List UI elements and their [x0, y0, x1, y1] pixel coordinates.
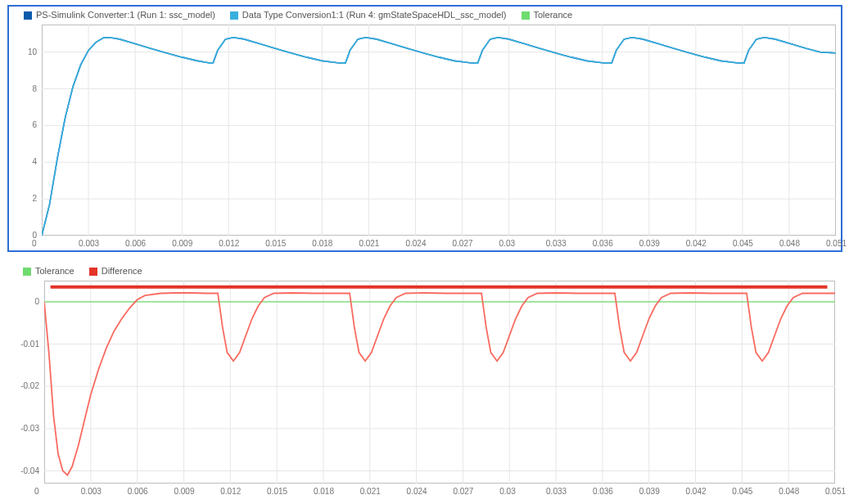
x-tick-label: 0.03	[499, 239, 515, 248]
x-tick-label: 0.018	[314, 487, 334, 496]
x-tick-label: 0.021	[359, 239, 379, 248]
x-tick-label: 0.048	[779, 487, 799, 496]
y-tick-label: -0.03	[20, 424, 39, 433]
y-tick-label: 6	[32, 120, 37, 129]
x-tick-label: 0.042	[686, 487, 707, 496]
x-tick-label: 0.036	[593, 487, 613, 496]
x-tick-label: 0.027	[453, 239, 473, 248]
y-tick-label: 4	[32, 157, 37, 166]
series-line	[42, 38, 836, 236]
y-tick-label: -0.01	[20, 340, 39, 349]
x-tick-label: 0.009	[172, 239, 192, 248]
legend-swatch	[89, 268, 97, 276]
svg-rect-22	[45, 281, 835, 484]
x-tick-label: 0.051	[826, 239, 847, 248]
legend-swatch	[230, 11, 238, 20]
x-tick-label: 0.039	[639, 487, 660, 496]
legend-label: Difference	[102, 266, 142, 276]
y-tick-label: -0.04	[20, 466, 39, 475]
legend-item: Difference	[89, 266, 142, 276]
legend-item: PS-Simulink Converter:1 (Run 1: ssc_mode…	[24, 10, 215, 20]
x-tick-label: 0	[32, 239, 37, 248]
difference-legend: Tolerance Difference	[8, 263, 842, 279]
legend-label: Tolerance	[534, 10, 573, 20]
legend-swatch	[522, 11, 530, 20]
signals-plot[interactable]: 024681000.0030.0060.0090.0120.0150.0180.…	[42, 25, 836, 236]
legend-item: Data Type Conversion1:1 (Run 4: gmStateS…	[230, 10, 507, 20]
x-tick-label: 0.018	[312, 239, 332, 248]
y-tick-label: -0.02	[20, 381, 39, 390]
x-tick-label: 0	[34, 487, 39, 496]
series-line	[44, 293, 835, 475]
x-tick-label: 0.024	[407, 487, 427, 496]
difference-plot[interactable]: 0-0.01-0.02-0.03-0.0400.0030.0060.0090.0…	[44, 281, 835, 484]
y-tick-label: 2	[32, 194, 37, 203]
signals-panel: PS-Simulink Converter:1 (Run 1: ssc_mode…	[7, 5, 842, 252]
x-tick-label: 0.012	[220, 487, 241, 496]
difference-panel: Tolerance Difference 0-0.01-0.02-0.03-0.…	[7, 262, 842, 499]
legend-item: Tolerance	[522, 10, 573, 20]
x-tick-label: 0.003	[81, 487, 102, 496]
x-tick-label: 0.033	[546, 487, 567, 496]
legend-label: Data Type Conversion1:1 (Run 4: gmStateS…	[242, 10, 507, 20]
signals-legend: PS-Simulink Converter:1 (Run 1: ssc_mode…	[9, 7, 841, 23]
legend-label: PS-Simulink Converter:1 (Run 1: ssc_mode…	[36, 10, 215, 20]
y-tick-label: 8	[32, 84, 37, 93]
y-tick-label: 10	[28, 47, 37, 56]
legend-swatch	[24, 11, 32, 20]
x-tick-label: 0.006	[128, 487, 148, 496]
x-tick-label: 0.024	[405, 239, 426, 248]
legend-swatch	[23, 268, 31, 276]
x-tick-label: 0.033	[546, 239, 567, 248]
x-tick-label: 0.048	[779, 239, 800, 248]
y-tick-label: 0	[34, 297, 39, 306]
series-line	[42, 38, 836, 236]
x-tick-label: 0.03	[499, 487, 515, 496]
x-tick-label: 0.012	[219, 239, 239, 248]
x-tick-label: 0.021	[360, 487, 381, 496]
svg-rect-0	[43, 25, 836, 236]
x-tick-label: 0.009	[174, 487, 194, 496]
x-tick-label: 0.036	[593, 239, 613, 248]
legend-item: Tolerance	[23, 266, 75, 276]
x-tick-label: 0.045	[733, 239, 753, 248]
x-tick-label: 0.006	[125, 239, 146, 248]
x-tick-label: 0.045	[732, 487, 752, 496]
x-tick-label: 0.039	[639, 239, 660, 248]
x-tick-label: 0.015	[267, 487, 287, 496]
x-tick-label: 0.015	[265, 239, 286, 248]
x-tick-label: 0.003	[79, 239, 99, 248]
legend-label: Tolerance	[35, 266, 75, 276]
x-tick-label: 0.051	[825, 487, 846, 496]
x-tick-label: 0.027	[453, 487, 473, 496]
x-tick-label: 0.042	[686, 239, 707, 248]
